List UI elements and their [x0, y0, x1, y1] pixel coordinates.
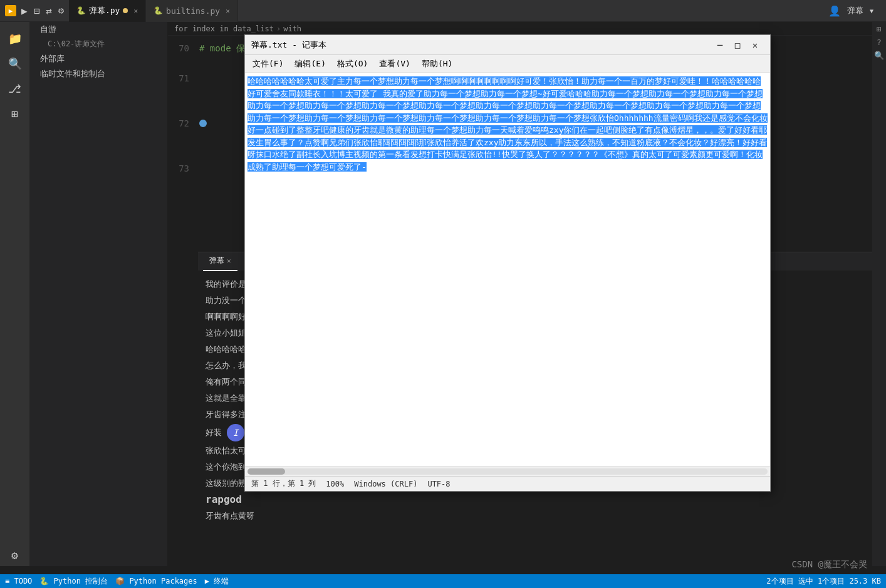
- sidebar-git-icon[interactable]: ⎇: [4, 77, 26, 100]
- right-icon-2[interactable]: ?: [877, 38, 882, 47]
- line-num-71: 71: [168, 71, 199, 86]
- tab-danmu[interactable]: 🐍 弹幕.py ✕: [69, 0, 146, 22]
- breadcrumb-text: for index in data_list: [174, 24, 274, 33]
- notepad-scrollbar-horizontal[interactable]: [245, 466, 770, 476]
- line-num-72: 72: [168, 116, 199, 131]
- run-icon[interactable]: ▶: [21, 5, 28, 17]
- menu-file[interactable]: 文件(F): [248, 57, 288, 71]
- notepad-position: 第 1 行，第 1 列: [251, 478, 316, 489]
- explorer-item-external[interactable]: 外部库: [30, 51, 167, 66]
- top-bar: ▶ ▶ ⊟ ⇄ ⚙ 🐍 弹幕.py ✕ 🐍 builtins.py ✕ 👤 弹幕…: [0, 0, 886, 22]
- sidebar-explorer-icon[interactable]: 📁: [4, 27, 26, 49]
- breadcrumb-arrow: ›: [276, 24, 281, 33]
- notepad-menubar: 文件(F) 编辑(E) 格式(O) 查看(V) 帮助(H): [245, 55, 770, 73]
- notepad-text-area[interactable]: 哈哈哈哈哈哈哈太可爱了主力每一个梦想助力每一个梦想啊啊啊啊啊啊啊啊好可爱！张欣怡…: [245, 73, 770, 466]
- right-icon-1[interactable]: ⊞: [877, 24, 882, 34]
- sidebar-settings-icon[interactable]: ⚙: [4, 544, 26, 566]
- status-terminal[interactable]: ▶ 终端: [205, 576, 229, 587]
- py-icon-1: 🐍: [76, 6, 86, 15]
- app-logo: ▶: [5, 5, 16, 16]
- scrollbar-thumb[interactable]: [248, 468, 285, 475]
- menu-format[interactable]: 格式(O): [332, 57, 373, 71]
- notepad-maximize-button[interactable]: □: [729, 36, 746, 54]
- top-right: 👤 弹幕 ▼: [828, 5, 881, 17]
- py-icon-2: 🐍: [154, 6, 163, 15]
- list-item: rapgod: [206, 492, 865, 508]
- notepad-title: 弹幕.txt - 记事本: [251, 39, 711, 51]
- notepad-statusbar: 第 1 行，第 1 列 100% Windows (CRLF) UTF-8: [245, 476, 770, 491]
- sidebar-search-icon[interactable]: 🔍: [4, 52, 26, 75]
- panel-tab-close[interactable]: ✕: [227, 257, 231, 265]
- explorer-item-temp[interactable]: 临时文件和控制台: [30, 66, 167, 81]
- menu-edit[interactable]: 编辑(E): [289, 57, 330, 71]
- line-72-marker: [199, 120, 207, 127]
- tabs-bar: 🐍 弹幕.py ✕ 🐍 builtins.py ✕: [69, 0, 238, 22]
- app-name-label: 弹幕: [847, 5, 863, 16]
- breadcrumb: for index in data_list › with: [168, 22, 872, 36]
- gear-icon[interactable]: ⚙: [58, 5, 64, 16]
- line-num-73: 73: [168, 161, 199, 176]
- notepad-close-button[interactable]: ✕: [746, 36, 764, 54]
- tab-modified-dot: [123, 8, 128, 13]
- left-sidebar: 📁 🔍 ⎇ ⊞ ⚙: [0, 22, 30, 566]
- panel-tab-danmu[interactable]: 弹幕 ✕: [203, 252, 237, 271]
- tab-close-2[interactable]: ✕: [226, 7, 230, 15]
- app-dropdown-icon[interactable]: ▼: [870, 8, 873, 14]
- sidebar-ext-icon[interactable]: ⊞: [4, 102, 26, 125]
- status-file-info: 2个项目 选中 1个项目 25.3 KB: [766, 576, 881, 587]
- right-icon-3[interactable]: 🔍: [874, 51, 884, 60]
- notepad-line-ending: Windows (CRLF): [354, 480, 417, 488]
- status-bar: ≡ TODO 🐍 Python 控制台 📦 Python Packages ▶ …: [0, 574, 886, 588]
- notepad-encoding: UTF-8: [427, 480, 450, 488]
- scrollbar-track[interactable]: [248, 468, 768, 475]
- notepad-zoom: 100%: [326, 480, 344, 488]
- explorer-panel: 自游 C:\02-讲师文件 外部库 临时文件和控制台: [30, 22, 168, 566]
- breadcrumb-item: with: [283, 24, 301, 33]
- status-python-packages[interactable]: 📦 Python Packages: [115, 577, 197, 585]
- tab-label-2: builtins.py: [166, 6, 220, 16]
- status-todo[interactable]: ≡ TODO: [5, 577, 32, 585]
- tab-builtins[interactable]: 🐍 builtins.py ✕: [146, 0, 238, 22]
- notepad-window: 弹幕.txt - 记事本 ─ □ ✕ 文件(F) 编辑(E) 格式(O) 查看(…: [244, 34, 771, 492]
- tab-close-1[interactable]: ✕: [133, 7, 138, 15]
- notepad-selected-text: 哈哈哈哈哈哈哈太可爱了主力每一个梦想助力每一个梦想啊啊啊啊啊啊啊啊好可爱！张欣怡…: [248, 76, 768, 172]
- panel-tab-label: 弹幕: [209, 255, 224, 266]
- menu-help[interactable]: 帮助(H): [417, 57, 457, 71]
- right-sidebar: ⊞ ? 🔍: [872, 22, 886, 566]
- branch-icon[interactable]: ⇄: [46, 5, 52, 17]
- notepad-minimize-button[interactable]: ─: [711, 36, 729, 54]
- status-python-console[interactable]: 🐍 Python 控制台: [39, 576, 108, 587]
- explorer-item-ziyou[interactable]: 自游: [30, 22, 167, 37]
- csdn-watermark: CSDN @魔王不会哭: [791, 559, 867, 570]
- notepad-titlebar: 弹幕.txt - 记事本 ─ □ ✕: [245, 35, 770, 55]
- line-num-70: 70: [168, 41, 199, 56]
- top-bar-icons: ▶ ⊟ ⇄ ⚙: [21, 5, 64, 17]
- explorer-item-path[interactable]: C:\02-讲师文件: [30, 37, 167, 51]
- status-right: 2个项目 选中 1个项目 25.3 KB: [766, 576, 881, 587]
- tab-label-1: 弹幕.py: [89, 5, 120, 16]
- menu-view[interactable]: 查看(V): [374, 57, 415, 71]
- split-icon[interactable]: ⊟: [34, 5, 40, 17]
- list-item: 牙齿有点黄呀: [206, 508, 865, 524]
- profile-icon[interactable]: 👤: [828, 5, 841, 17]
